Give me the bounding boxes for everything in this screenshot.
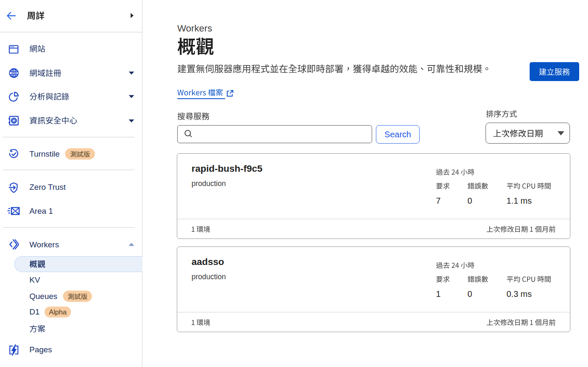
svg-text:WWW: WWW [11,72,17,74]
